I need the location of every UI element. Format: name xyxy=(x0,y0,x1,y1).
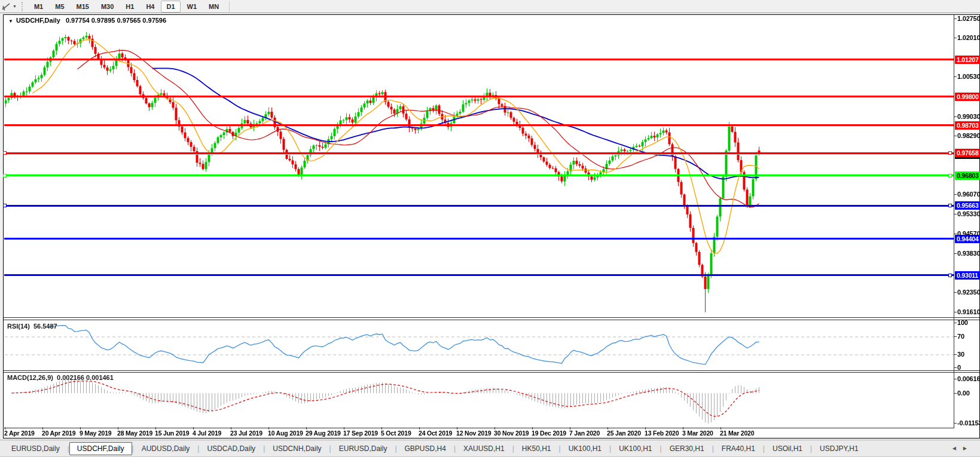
symbol-tab-EURUSD-Daily[interactable]: EURUSD,Daily xyxy=(331,442,395,455)
timeframe-button-W1[interactable]: W1 xyxy=(182,1,203,13)
timeframe-button-H1[interactable]: H1 xyxy=(120,1,139,13)
symbol-tab-GER30-H1[interactable]: GER30,H1 xyxy=(662,442,712,455)
price-axis-tick: 0.93830 xyxy=(957,250,980,257)
timeframe-button-MN[interactable]: MN xyxy=(203,1,224,13)
date-axis-tick: 15 Jun 2019 xyxy=(155,430,189,437)
chart-symbol-period: USDCHF,Daily xyxy=(16,17,60,24)
level-price-badge: 0.99800 xyxy=(955,93,980,101)
macd-axis-tick: 0.00 xyxy=(957,389,970,397)
timeframe-button-M15[interactable]: M15 xyxy=(71,1,94,13)
tab-scroll-arrows: ◀▶ xyxy=(952,446,974,451)
date-axis-tick: 20 Apr 2019 xyxy=(42,430,75,437)
collapse-caret-icon[interactable]: ▼ xyxy=(8,19,13,24)
price-axis-tick: 1.00530 xyxy=(957,73,980,80)
macd-axis-tick: -0.011531 xyxy=(957,419,980,427)
chart-title: ▼USDCHF,Daily0.97754 0.97895 0.97565 0.9… xyxy=(8,17,166,24)
rsi-value: 56.5487 xyxy=(33,323,57,330)
level-price-badge: 1.01207 xyxy=(955,56,980,64)
timeframe-button-M30[interactable]: M30 xyxy=(96,1,119,13)
level-price-badge: 0.93011 xyxy=(955,271,980,280)
current-price-line xyxy=(4,154,954,155)
rsi-name: RSI(14) xyxy=(7,323,30,330)
symbol-tab-AUDUSD-Daily[interactable]: AUDUSD,Daily xyxy=(134,442,198,455)
date-axis-tick: 3 Mar 2020 xyxy=(682,430,713,437)
chart-ohlc-readout: 0.97754 0.97895 0.97565 0.97596 xyxy=(66,17,166,24)
toolbar: ▼ M1M5M15M30H1H4D1W1MN xyxy=(0,0,980,13)
level-handle-right[interactable] xyxy=(948,204,952,207)
date-axis-tick: 21 Mar 2020 xyxy=(720,430,754,437)
symbol-tab-USDCNH-Daily[interactable]: USDCNH,Daily xyxy=(265,442,329,455)
date-axis-tick: 25 Jan 2020 xyxy=(607,430,641,437)
date-axis-tick: 17 Sep 2019 xyxy=(343,430,378,437)
level-price-badge: 0.96803 xyxy=(955,171,980,180)
price-axis-tick: 0.92350 xyxy=(957,289,980,296)
date-axis-tick: 7 Jan 2020 xyxy=(569,430,600,437)
level-line-0.99800[interactable] xyxy=(4,96,954,97)
level-line-0.97658[interactable] xyxy=(4,152,954,154)
macd-axis-tick: 0.006167 xyxy=(957,375,980,382)
level-handle-left[interactable] xyxy=(3,204,7,207)
symbol-tab-USDJPY-H1[interactable]: USDJPY,H1 xyxy=(812,442,866,455)
level-handle-right[interactable] xyxy=(948,174,952,177)
macd-values: 0.002166 0.001461 xyxy=(57,374,114,381)
level-handle-right[interactable] xyxy=(948,274,952,277)
level-handle-right[interactable] xyxy=(948,151,952,155)
date-axis-tick: 2 Apr 2019 xyxy=(4,430,35,437)
symbol-tab-UK100-H1[interactable]: UK100,H1 xyxy=(611,442,660,455)
level-price-badge: 0.97658 xyxy=(955,149,980,157)
level-line-1.01207[interactable] xyxy=(4,59,954,60)
symbol-tabs: EURUSD,Daily|USDCHF,Daily|AUDUSD,Daily|U… xyxy=(4,442,866,455)
price-axis-tick: 0.96070 xyxy=(957,191,980,198)
timeframe-button-M5[interactable]: M5 xyxy=(50,1,69,13)
toolbar-separator xyxy=(229,1,230,12)
chevron-down-icon[interactable]: ▼ xyxy=(13,4,17,8)
symbol-tab-HK50-H1[interactable]: HK50,H1 xyxy=(514,442,559,455)
timeframe-button-D1[interactable]: D1 xyxy=(161,1,180,13)
timeframe-buttons: M1M5M15M30H1H4D1W1MN xyxy=(28,1,225,13)
tab-scroll-left-icon[interactable]: ◀ xyxy=(952,446,963,451)
symbol-tab-USDCHF-Daily[interactable]: USDCHF,Daily xyxy=(69,442,132,455)
timeframe-button-M1[interactable]: M1 xyxy=(29,1,48,13)
date-axis-tick: 30 Nov 2019 xyxy=(494,430,529,437)
level-line-0.98703[interactable] xyxy=(4,124,954,126)
rsi-axis-tick: 30 xyxy=(957,351,964,358)
timeframe-button-H4[interactable]: H4 xyxy=(141,1,160,13)
symbol-tab-GBPUSD-H4[interactable]: GBPUSD,H4 xyxy=(397,442,454,455)
symbol-tab-USDCAD-Daily[interactable]: USDCAD,Daily xyxy=(199,442,263,455)
rsi-indicator-label: RSI(14)56.5487 xyxy=(7,323,57,330)
price-axis-tick: 1.02010 xyxy=(957,34,980,41)
date-axis-tick: 13 Feb 2020 xyxy=(645,430,679,437)
date-axis-tick: 5 Oct 2019 xyxy=(381,430,411,437)
symbol-tabbar: EURUSD,Daily|USDCHF,Daily|AUDUSD,Daily|U… xyxy=(0,440,980,457)
level-line-0.94404[interactable] xyxy=(4,238,954,240)
tab-scroll-right-icon[interactable]: ▶ xyxy=(963,446,974,451)
level-line-0.93011[interactable] xyxy=(4,274,954,276)
price-axis-tick: 0.91610 xyxy=(957,308,980,315)
level-price-badge: 0.95663 xyxy=(955,201,980,210)
price-axis-tick: 1.02750 xyxy=(957,15,980,22)
date-axis-tick: 12 Nov 2019 xyxy=(456,430,491,437)
level-line-0.95663[interactable] xyxy=(4,205,954,207)
date-axis-tick: 9 May 2019 xyxy=(80,430,111,437)
level-handle-left[interactable] xyxy=(3,151,7,155)
level-line-0.96803[interactable] xyxy=(4,174,954,176)
chart-canvas[interactable] xyxy=(0,0,980,440)
symbol-tab-EURUSD-Daily[interactable]: EURUSD,Daily xyxy=(4,442,68,455)
symbol-tab-UK100-H1[interactable]: UK100,H1 xyxy=(561,442,609,455)
level-handle-left[interactable] xyxy=(3,174,7,177)
date-axis-tick: 19 Dec 2019 xyxy=(532,430,566,437)
level-price-badge: 0.98703 xyxy=(955,121,980,130)
symbol-tab-XAUUSD-H1[interactable]: XAUUSD,H1 xyxy=(456,442,512,455)
macd-name: MACD(12,26,9) xyxy=(7,374,53,381)
rsi-axis-tick: 100 xyxy=(957,319,968,326)
rsi-axis-tick: 70 xyxy=(957,333,964,340)
date-axis-tick: 28 May 2019 xyxy=(117,430,152,437)
symbol-tab-USOil-H1[interactable]: USOil,H1 xyxy=(765,442,810,455)
toolbar-grip[interactable] xyxy=(22,2,24,11)
price-axis-tick: 0.95330 xyxy=(957,210,980,217)
date-axis-tick: 29 Aug 2019 xyxy=(306,430,341,437)
symbol-tab-FRA40-H1[interactable]: FRA40,H1 xyxy=(714,442,763,455)
level-price-badge: 0.94404 xyxy=(955,235,980,243)
date-axis-tick: 24 Oct 2019 xyxy=(419,430,452,437)
chart-cursor-icon[interactable] xyxy=(1,2,12,11)
